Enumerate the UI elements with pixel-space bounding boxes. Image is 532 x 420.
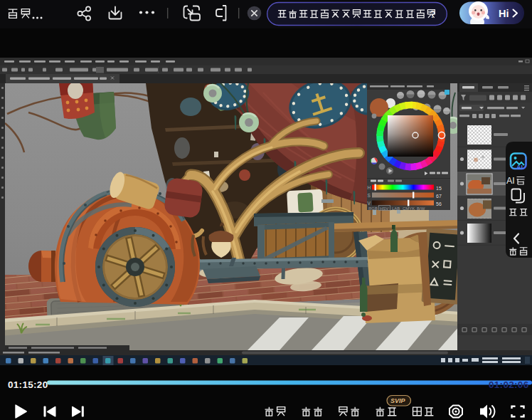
svg-text:B/W: B/W bbox=[417, 206, 425, 211]
svg-text:AI: AI bbox=[506, 176, 515, 186]
svg-text:LAB: LAB bbox=[392, 206, 400, 211]
svg-text:HSV: HSV bbox=[380, 206, 388, 211]
svg-text:H: H bbox=[368, 185, 371, 190]
svg-text:15: 15 bbox=[436, 186, 442, 191]
svg-text:01:15:20: 01:15:20 bbox=[8, 379, 48, 390]
svg-text:V: V bbox=[368, 201, 371, 206]
svg-text:S: S bbox=[368, 193, 371, 198]
svg-text:01:02:06: 01:02:06 bbox=[489, 379, 529, 390]
svg-text:CMYK: CMYK bbox=[403, 206, 415, 211]
svg-text:56: 56 bbox=[436, 201, 442, 206]
svg-text:SVIP: SVIP bbox=[390, 397, 406, 404]
svg-text:AI: AI bbox=[516, 164, 523, 171]
svg-text:67: 67 bbox=[436, 194, 442, 199]
svg-text:?: ? bbox=[430, 9, 435, 20]
svg-text:Hi: Hi bbox=[499, 8, 509, 19]
svg-text:RGB: RGB bbox=[368, 206, 378, 211]
